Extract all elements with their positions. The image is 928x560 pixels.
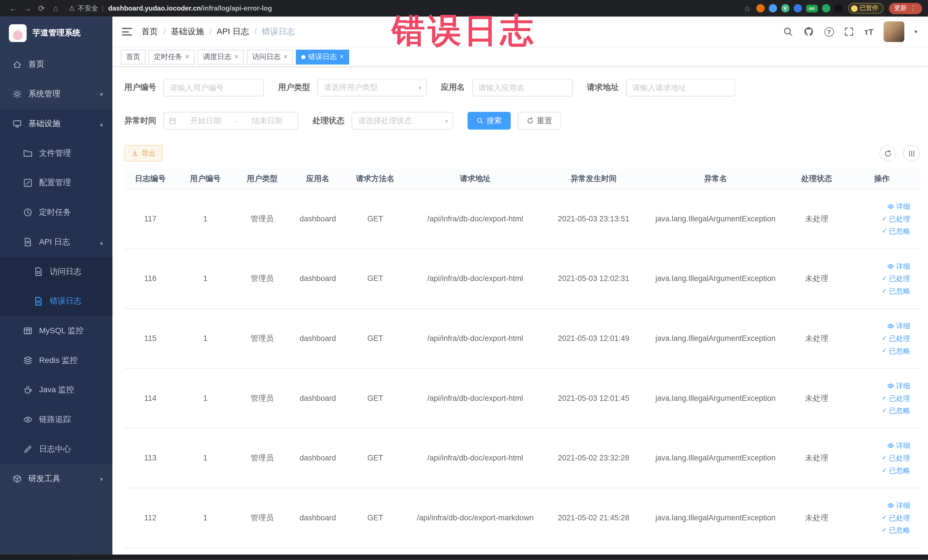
sidebar-item-label: 错误日志 xyxy=(50,296,82,307)
action-ignored-link[interactable]: ✓已忽略 xyxy=(882,347,910,354)
sidebar-item-file-management[interactable]: 文件管理 xyxy=(0,138,112,168)
tab-scheduler-log[interactable]: 调度日志 × xyxy=(198,49,244,64)
extension-icon[interactable] xyxy=(793,4,801,12)
text-size-icon[interactable]: тT xyxy=(864,27,873,36)
action-processed-link[interactable]: ✓已处理 xyxy=(882,454,910,461)
action-processed-link[interactable]: ✓已处理 xyxy=(882,514,910,521)
sidebar-item-home[interactable]: 首页 xyxy=(0,50,112,79)
user-avatar[interactable] xyxy=(884,21,904,42)
action-label: 已处理 xyxy=(889,335,910,342)
sidebar-item-java-monitor[interactable]: Java 监控 xyxy=(0,375,112,405)
update-button[interactable]: 更新 ⋮ xyxy=(889,3,922,14)
exception-time-range-picker[interactable]: 开始日期 - 结束日期 xyxy=(163,112,298,130)
extension-icon[interactable] xyxy=(822,4,830,12)
close-icon[interactable]: × xyxy=(284,53,288,61)
sidebar-item-label: 基础设施 xyxy=(29,118,61,129)
column-settings-button[interactable] xyxy=(903,145,920,162)
extension-icon[interactable] xyxy=(769,4,777,12)
sidebar-item-api-log[interactable]: API 日志 ▴ xyxy=(0,227,112,257)
action-ignored-link[interactable]: ✓已忽略 xyxy=(882,227,910,235)
sidebar-item-dev-tools[interactable]: 研发工具 ▾ xyxy=(0,464,112,493)
export-button[interactable]: 导出 xyxy=(124,145,163,162)
bookmark-star-icon[interactable]: ☆ xyxy=(744,4,751,12)
extension-icon[interactable]: V xyxy=(781,4,789,12)
cell-log-id: 114 xyxy=(124,368,177,428)
tab-error-log[interactable]: 错误日志 × xyxy=(296,49,349,64)
sidebar-item-system[interactable]: 系统管理 ▾ xyxy=(0,79,112,109)
action-ignored-link[interactable]: ✓已忽略 xyxy=(882,526,910,534)
tab-home[interactable]: 首页 xyxy=(121,49,145,64)
extension-icon[interactable] xyxy=(756,4,764,12)
sidebar-item-config-management[interactable]: 配置管理 xyxy=(0,168,112,198)
user-type-select[interactable]: 请选择用户类型 ▾ xyxy=(317,79,427,96)
reset-button[interactable]: 重置 xyxy=(518,112,561,130)
action-detail-link[interactable]: 详细 xyxy=(887,502,910,509)
table-row: 117 1 管理员 dashboard GET /api/infra/db-do… xyxy=(124,189,920,249)
extension-icon[interactable] xyxy=(834,4,843,12)
action-processed-link[interactable]: ✓已处理 xyxy=(882,275,910,282)
search-button-label: 搜索 xyxy=(486,116,502,126)
sidebar-toggle-icon[interactable] xyxy=(122,28,132,36)
github-icon[interactable] xyxy=(803,26,814,37)
sidebar-item-label: 首页 xyxy=(29,59,44,70)
tab-label: 定时任务 xyxy=(154,52,182,62)
sidebar-item-infra[interactable]: 基础设施 ▴ xyxy=(0,109,112,139)
close-icon[interactable]: × xyxy=(340,53,344,61)
tab-access-log[interactable]: 访问日志 × xyxy=(247,49,293,64)
action-detail-link[interactable]: 详细 xyxy=(887,442,910,449)
tab-scheduled-jobs[interactable]: 定时任务 × xyxy=(149,49,195,64)
action-ignored-link[interactable]: ✓已忽略 xyxy=(882,467,910,474)
sidebar-item-log-center[interactable]: 日志中心 xyxy=(0,435,112,464)
sidebar-item-access-log[interactable]: 访问日志 xyxy=(0,257,112,287)
action-detail-link[interactable]: 详细 xyxy=(887,322,910,330)
fullscreen-icon[interactable] xyxy=(844,26,854,37)
action-processed-link[interactable]: ✓已处理 xyxy=(882,395,910,402)
close-icon[interactable]: × xyxy=(235,53,239,61)
caret-down-icon[interactable]: ▾ xyxy=(914,29,917,35)
address-bar[interactable]: dashboard.yudao.iocoder.cn/infra/log/api… xyxy=(108,5,272,12)
browser-forward-icon[interactable]: → xyxy=(20,4,35,12)
cell-exception-time: 2021-05-03 12:01:45 xyxy=(546,368,642,428)
security-indicator[interactable]: ⚠ 不安全 xyxy=(69,4,98,12)
cell-status: 未处理 xyxy=(790,428,844,488)
refresh-table-button[interactable] xyxy=(879,145,896,162)
request-url-input[interactable] xyxy=(626,79,735,96)
browser-reload-icon[interactable]: ⟳ xyxy=(34,3,49,13)
sidebar-item-error-log[interactable]: 错误日志 xyxy=(0,287,112,316)
search-icon[interactable] xyxy=(783,26,793,37)
sidebar-item-label: Java 监控 xyxy=(39,385,74,395)
search-button[interactable]: 搜索 xyxy=(467,112,511,130)
browser-back-icon[interactable]: ← xyxy=(6,4,20,12)
cell-exception-name: java.lang.IllegalArgumentException xyxy=(642,308,790,368)
close-icon[interactable]: × xyxy=(185,53,189,61)
action-detail-link[interactable]: 详细 xyxy=(887,382,910,389)
breadcrumb-item[interactable]: API 日志 xyxy=(217,26,249,37)
paused-badge[interactable]: 已暂停 xyxy=(848,3,884,14)
sidebar-item-mysql-monitor[interactable]: MySQL 监控 xyxy=(0,316,112,346)
action-detail-link[interactable]: 详细 xyxy=(887,203,910,210)
process-status-select[interactable]: 请选择处理状态 ▾ xyxy=(351,112,453,130)
browser-home-icon[interactable]: ⌂ xyxy=(49,4,63,12)
user-id-input[interactable] xyxy=(163,79,264,96)
action-processed-link[interactable]: ✓已处理 xyxy=(882,215,910,222)
action-ignored-link[interactable]: ✓已忽略 xyxy=(882,287,910,294)
action-detail-link[interactable]: 详细 xyxy=(887,262,910,270)
url-domain: dashboard.yudao.iocoder.cn xyxy=(108,5,201,12)
cell-app-name: dashboard xyxy=(290,308,346,368)
sidebar-item-label: 链路追踪 xyxy=(39,414,71,425)
extension-icon[interactable]: on xyxy=(806,5,818,12)
cell-actions: 详细✓已处理✓已忽略 xyxy=(844,189,920,249)
breadcrumb-item[interactable]: 首页 xyxy=(142,26,158,37)
breadcrumb-item[interactable]: 基础设施 xyxy=(171,26,204,37)
action-processed-link[interactable]: ✓已处理 xyxy=(882,335,910,342)
app-name-input[interactable] xyxy=(472,79,572,96)
help-icon[interactable]: ? xyxy=(824,27,833,36)
chevron-down-icon: ▾ xyxy=(445,117,448,124)
sidebar-item-trace[interactable]: 链路追踪 xyxy=(0,405,112,435)
row-actions: 详细✓已处理✓已忽略 xyxy=(846,382,917,414)
sidebar-item-label: 系统管理 xyxy=(29,89,61,99)
sidebar-item-scheduled-jobs[interactable]: 定时任务 xyxy=(0,198,112,227)
action-ignored-link[interactable]: ✓已忽略 xyxy=(882,407,910,414)
watermark-text: 错误日志 xyxy=(392,9,536,54)
sidebar-item-redis-monitor[interactable]: Redis 监控 xyxy=(0,346,112,375)
